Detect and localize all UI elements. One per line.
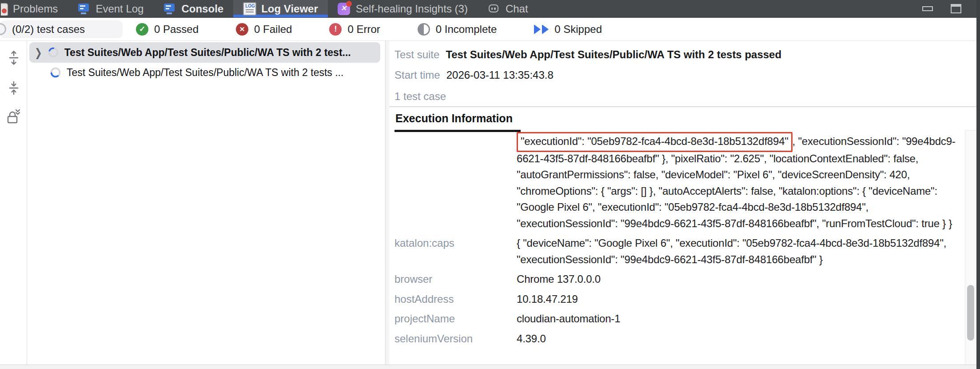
tree-item-label: Test Suites/Web App/Test Suites/Public/W… [64,47,351,59]
status-passed[interactable]: 0 Passed [136,23,199,36]
error-icon [329,23,342,36]
status-incomplete[interactable]: 0 Incomplete [418,23,497,36]
test-result-summary-bar: (0/2) test cases 0 Passed 0 Failed 0 Err… [0,18,980,41]
passed-label: 0 Passed [154,23,199,36]
scroll-lock-button[interactable] [6,108,22,124]
tab-log-viewer[interactable]: LOG Log Viewer [233,0,328,17]
skipped-label: 0 Skipped [554,23,602,36]
tab-event-log-label: Event Log [96,3,143,15]
chevron-right-icon[interactable]: ❯ [35,47,42,58]
incomplete-icon [418,23,430,36]
test-suite-tree: ❯ Test Suites/Web App/Test Suites/Public… [27,41,385,365]
skipped-icon [534,24,549,34]
detail-value: Chrome 137.0.0.0 [517,271,956,288]
detail-value: { "deviceName": "Google Pixel 6", "execu… [517,235,956,268]
passed-icon [136,23,148,36]
tab-console-label: Console [181,3,223,15]
panel-splitter[interactable] [385,41,389,365]
detail-row-project-name: projectName cloudian-automation-1 [394,311,965,327]
test-cases-chip[interactable]: (0/2) test cases [0,20,123,38]
divider [389,106,976,107]
minimize-icon[interactable] [922,6,933,11]
bottom-tool-window-tab-bar: Problems Event Log Console LOG Log Viewe… [0,0,980,18]
tab-problems[interactable]: Problems [0,0,68,17]
log-viewer-main: ❯ Test Suites/Web App/Test Suites/Public… [0,41,980,365]
status-failed[interactable]: 0 Failed [236,23,292,36]
scrollbar-thumb[interactable] [967,285,974,341]
tree-item-label: Test Suites/Web App/Test Suites/Public/W… [67,67,343,79]
test-progress-icon [0,23,6,35]
scroll-lock-icon [6,108,21,124]
test-suite-label: Test suite [394,47,439,62]
log-viewer-icon: LOG [243,2,256,16]
tab-self-healing-label: Self-healing Insights (3) [356,3,468,15]
tab-log-viewer-label: Log Viewer [261,3,318,15]
chat-icon [487,2,501,16]
tree-item-selected[interactable]: ❯ Test Suites/Web App/Test Suites/Public… [29,42,380,63]
window-controls [922,0,980,17]
failed-label: 0 Failed [254,23,292,36]
event-log-icon [77,2,91,16]
tab-problems-label: Problems [13,3,58,15]
tree-item[interactable]: Test Suites/Web App/Test Suites/Public/W… [29,63,380,82]
tab-chat[interactable]: Chat [478,0,538,17]
status-error[interactable]: 0 Error [329,23,380,36]
detail-row-browser: browser Chrome 137.0.0.0 [394,271,965,288]
failed-icon [236,23,248,36]
maximize-icon[interactable] [951,4,961,13]
window-bottom-edge [0,365,980,369]
tab-chat-label: Chat [506,3,528,15]
collapse-all-icon [7,80,20,96]
log-viewer-toolbar [0,41,27,365]
execution-information-content: "executionId": "05eb9782-fca4-4bcd-8e3d-… [389,130,965,365]
detail-row-selenium-version: seleniumVersion 4.39.0 [394,331,965,347]
window-right-edge [976,0,980,369]
detail-value: 10.18.47.219 [517,291,956,308]
self-healing-icon [338,2,351,16]
tab-event-log[interactable]: Event Log [68,0,153,17]
detail-value: 4.39.0 [517,331,956,347]
test-case-count: 1 test case [394,90,781,103]
detail-label: projectName [394,311,517,327]
detail-label: browser [394,271,517,288]
tab-console[interactable]: Console [153,0,233,17]
running-spinner-icon [48,47,59,58]
start-time-value: 2026-03-11 13:35:43.8 [446,68,554,82]
expand-all-button[interactable] [6,50,22,66]
status-skipped[interactable]: 0 Skipped [534,23,602,36]
detail-row-capabilities: "executionId": "05eb9782-fca4-4bcd-8e3d-… [394,133,965,232]
incomplete-label: 0 Incomplete [436,23,497,36]
start-time-label: Start time [394,68,440,82]
console-icon [163,2,176,16]
expand-all-icon [7,50,20,65]
detail-label: hostAddress [394,291,517,308]
vertical-scrollbar[interactable] [965,130,976,365]
problems-icon [1,2,8,16]
detail-row-katalon-caps: katalon:caps { "deviceName": "Google Pix… [394,235,965,268]
suite-header: Test suite Test Suites/Web App/Test Suit… [394,47,781,103]
tab-execution-information[interactable]: Execution Information [394,112,521,132]
execution-detail-panel: Test suite Test Suites/Web App/Test Suit… [389,41,976,365]
test-suite-value: Test Suites/Web App/Test Suites/Public/W… [446,47,781,62]
detail-label: seleniumVersion [394,331,517,347]
tab-self-healing-insights[interactable]: Self-healing Insights (3) [328,0,478,17]
detail-label [394,133,517,232]
detail-value: cloudian-automation-1 [517,311,956,327]
running-spinner-icon [50,67,61,78]
detail-row-host-address: hostAddress 10.18.47.219 [394,291,965,308]
execution-id-highlight: "executionId": "05eb9782-fca4-4bcd-8e3d-… [517,132,793,152]
detail-label: katalon:caps [394,235,517,268]
execution-information-label: Execution Information [394,112,521,132]
error-label: 0 Error [347,23,380,36]
collapse-all-button[interactable] [6,80,22,96]
test-cases-label: (0/2) test cases [12,23,85,36]
capabilities-value: "executionId": "05eb9782-fca4-4bcd-8e3d-… [517,133,956,232]
